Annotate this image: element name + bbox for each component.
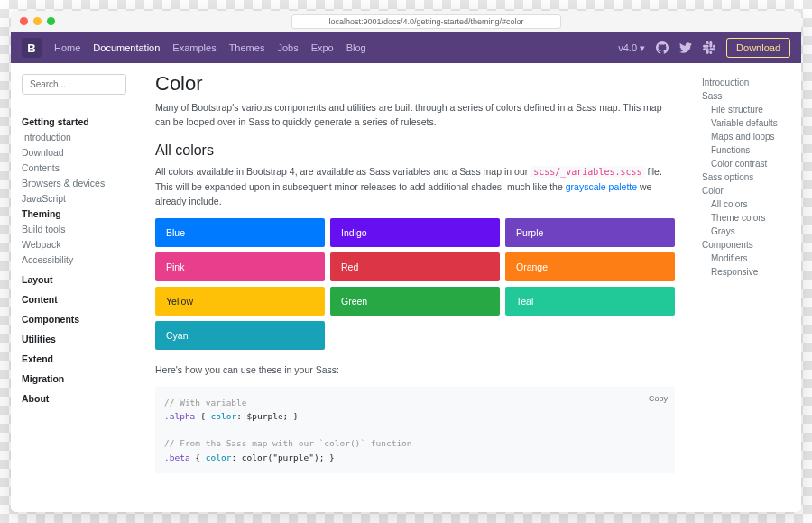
sidebar-item[interactable]: Build tools <box>22 224 126 234</box>
grayscale-link[interactable]: grayscale palette <box>566 181 637 192</box>
toc-item[interactable]: Color contrast <box>702 159 792 169</box>
sidebar-section[interactable]: Extend <box>22 353 126 364</box>
maximize-dot[interactable] <box>47 17 55 25</box>
sidebar-item[interactable]: Introduction <box>22 132 126 142</box>
nav-expo[interactable]: Expo <box>311 42 334 53</box>
toc-item[interactable]: File structure <box>702 105 792 115</box>
left-sidebar: Getting startedIntroductionDownloadConte… <box>11 63 137 512</box>
nav-examples[interactable]: Examples <box>172 42 216 53</box>
brand-logo[interactable]: B <box>22 38 42 58</box>
search-input[interactable] <box>22 74 126 95</box>
sidebar-section[interactable]: Migration <box>22 373 126 384</box>
sidebar-section[interactable]: Getting started <box>22 116 126 127</box>
toc-item[interactable]: Grays <box>702 226 792 236</box>
close-dot[interactable] <box>20 17 28 25</box>
github-icon[interactable] <box>656 41 669 54</box>
toc-item[interactable]: Functions <box>702 145 792 155</box>
toc-item[interactable]: Sass options <box>702 172 792 182</box>
code-example: Copy // With variable .alpha { color: $p… <box>155 387 675 473</box>
toc-item[interactable]: Sass <box>702 91 792 101</box>
nav-home[interactable]: Home <box>54 42 80 53</box>
slack-icon[interactable] <box>703 41 715 54</box>
toc-item[interactable]: Color <box>702 186 792 196</box>
toc-item[interactable]: Maps and loops <box>702 132 792 142</box>
swatch-indigo[interactable]: Indigo <box>330 218 500 247</box>
swatch-pink[interactable]: Pink <box>155 252 325 281</box>
browser-titlebar: localhost:9001/docs/4.0/getting-started/… <box>11 11 801 32</box>
sidebar-item[interactable]: Contents <box>22 162 126 173</box>
toc-item[interactable]: Responsive <box>702 267 792 277</box>
toc-item[interactable]: Modifiers <box>702 253 792 263</box>
sidebar-item[interactable]: Webpack <box>22 239 126 250</box>
sidebar-item[interactable]: Theming <box>22 208 126 219</box>
nav-blog[interactable]: Blog <box>346 42 366 53</box>
nav-jobs[interactable]: Jobs <box>277 42 298 53</box>
sidebar-item[interactable]: JavaScript <box>22 193 126 204</box>
download-button[interactable]: Download <box>726 38 790 58</box>
toc-item[interactable]: Components <box>702 240 792 250</box>
minimize-dot[interactable] <box>33 17 42 25</box>
copy-button[interactable]: Copy <box>649 392 668 405</box>
swatch-orange[interactable]: Orange <box>505 252 675 281</box>
sidebar-item[interactable]: Accessibility <box>22 254 126 265</box>
swatch-green[interactable]: Green <box>330 287 500 316</box>
nav-documentation[interactable]: Documentation <box>93 42 160 53</box>
sidebar-section[interactable]: Content <box>22 294 126 305</box>
nav-themes[interactable]: Themes <box>229 42 265 53</box>
swatch-purple[interactable]: Purple <box>505 218 675 247</box>
twitter-icon[interactable] <box>679 41 692 54</box>
intro-paragraph: All colors available in Bootstrap 4, are… <box>155 164 675 210</box>
sidebar-section[interactable]: Layout <box>22 274 126 285</box>
main-navbar: B HomeDocumentationExamplesThemesJobsExp… <box>11 32 801 63</box>
toc-item[interactable]: Theme colors <box>702 213 792 223</box>
main-content: Color Many of Bootstrap's various compon… <box>137 63 693 512</box>
version-dropdown[interactable]: v4.0 ▾ <box>618 42 645 54</box>
right-sidebar: IntroductionSassFile structureVariable d… <box>693 63 801 512</box>
sidebar-section[interactable]: Utilities <box>22 334 126 344</box>
section-all-colors: All colors <box>155 142 675 159</box>
swatch-red[interactable]: Red <box>330 252 500 281</box>
usage-text: Here's how you can use these in your Sas… <box>155 362 675 378</box>
swatch-teal[interactable]: Teal <box>505 287 675 316</box>
sidebar-section[interactable]: About <box>22 393 126 404</box>
color-swatches: BlueIndigoPurplePinkRedOrangeYellowGreen… <box>155 218 675 350</box>
lead-text: Many of Bootstrap's various components a… <box>155 101 675 130</box>
swatch-yellow[interactable]: Yellow <box>155 287 325 316</box>
variables-path: scss/_variables.scss <box>531 166 644 178</box>
swatch-blue[interactable]: Blue <box>155 218 325 247</box>
sidebar-section[interactable]: Components <box>22 314 126 325</box>
swatch-cyan[interactable]: Cyan <box>155 321 325 350</box>
address-bar[interactable]: localhost:9001/docs/4.0/getting-started/… <box>291 14 560 29</box>
toc-item[interactable]: All colors <box>702 199 792 209</box>
toc-item[interactable]: Introduction <box>702 78 792 87</box>
toc-item[interactable]: Variable defaults <box>702 118 792 128</box>
sidebar-item[interactable]: Browsers & devices <box>22 178 126 188</box>
page-title: Color <box>155 72 675 96</box>
sidebar-item[interactable]: Download <box>22 147 126 158</box>
